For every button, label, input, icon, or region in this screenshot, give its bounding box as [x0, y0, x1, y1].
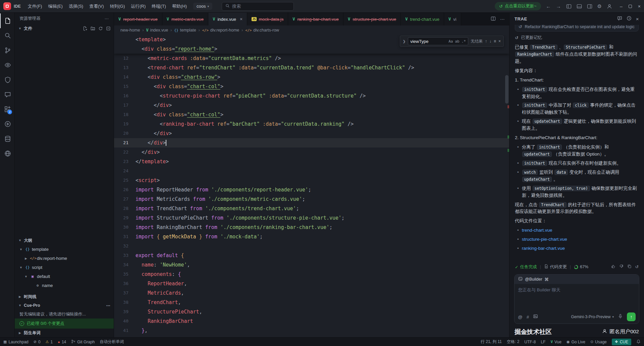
code-line-21[interactable]: 21 </div> [114, 138, 509, 148]
debug-shield-icon[interactable] [0, 72, 14, 87]
account-icon[interactable] [607, 4, 612, 9]
source-control-icon[interactable] [0, 43, 14, 58]
menu-item[interactable]: 查看(V) [86, 2, 107, 11]
code-line-17[interactable]: 17 </div> [114, 101, 509, 110]
tab-report-header.vue[interactable]: Vreport-header.vue [114, 13, 162, 25]
code-line-27[interactable]: 27import MetricCards from './components/… [114, 194, 509, 204]
close-window-icon[interactable]: × [638, 4, 641, 9]
collapse-all-icon[interactable] [106, 26, 111, 31]
thumbs-down-icon[interactable] [619, 264, 624, 270]
match-case-icon[interactable]: Aa [448, 39, 453, 44]
code-line-41[interactable]: 41 }, [114, 326, 509, 335]
chevron-down-icon[interactable]: ▼ [19, 248, 23, 251]
status-14[interactable]: ●14 [58, 340, 66, 344]
status-空格-2[interactable]: 空格: 2 [507, 339, 519, 345]
section-outline[interactable]: ▼ 大纲 [15, 236, 114, 245]
code-line-25[interactable]: 25<script> [114, 176, 509, 185]
global-search-input[interactable]: 搜索 [222, 2, 294, 11]
thumbs-up-icon[interactable] [611, 264, 615, 270]
code-line-38[interactable]: 38 TrendChart, [114, 298, 509, 307]
menu-item[interactable]: 帮助(H) [169, 2, 190, 11]
section-files[interactable]: ▼ 文件 [15, 24, 114, 33]
close-find-icon[interactable]: × [498, 39, 501, 44]
code-line-23[interactable]: 23</template> [114, 157, 509, 166]
new-file-icon[interactable] [83, 26, 88, 31]
previous-task-pill[interactable]: ↺ Refactor RankingBarChart to separate i… [515, 25, 639, 32]
chat-textarea[interactable]: 您正在与 Builder 聊天 [515, 284, 639, 310]
project-switcher[interactable]: coos ▾ [193, 3, 212, 10]
chevron-down-icon[interactable]: ▼ [24, 275, 28, 278]
outline-item-default[interactable]: ▼▣default [15, 272, 114, 281]
retry-icon[interactable]: ↺ [635, 264, 639, 270]
outline-item-script[interactable]: ▼{}script [15, 263, 114, 272]
code-area[interactable]: ❯ Aa ab .* 无结果 ↑ ↓ ≡ × <template> <div c… [114, 35, 509, 337]
status-cue[interactable]: ❖CUE [612, 339, 631, 345]
outline-item-template[interactable]: ▼{}template [15, 245, 114, 254]
code-changes-link[interactable]: 代码变更 [544, 264, 567, 270]
refresh-icon[interactable] [98, 26, 103, 31]
file-link[interactable]: ranking-bar-chart.vue [522, 245, 565, 252]
file-link[interactable]: structure-pie-chart.vue [522, 236, 567, 243]
code-line-33[interactable]: 33export default { [114, 251, 509, 260]
code-line-29[interactable]: 29import StructurePieChart from './compo… [114, 213, 509, 223]
remote-globe-icon[interactable] [0, 146, 14, 161]
menu-item[interactable]: 选择(S) [66, 2, 86, 11]
close-panel-icon[interactable]: × [636, 16, 639, 22]
chevron-down-icon[interactable]: ▼ [19, 266, 23, 269]
send-button[interactable]: ↑ [627, 312, 636, 321]
close-tab-icon[interactable]: × [240, 16, 243, 22]
app-logo-icon[interactable] [3, 2, 11, 10]
editor-scrollbar[interactable] [504, 35, 509, 337]
breadcrumb-item[interactable]: {}template [174, 28, 196, 33]
preview-eye-icon[interactable] [0, 58, 14, 72]
breadcrumb-item[interactable]: </>div.charts-row [245, 28, 279, 33]
breadcrumb-item[interactable]: Vindex.vue [146, 28, 168, 33]
files-empty-area[interactable] [15, 33, 114, 236]
tab-metric-cards.vue[interactable]: Vmetric-cards.vue [162, 13, 208, 25]
toggle-right-panel-icon[interactable] [587, 4, 592, 9]
chevron-right-icon[interactable]: ▶ [24, 257, 28, 260]
chat-input-box[interactable]: @Builder ⌘ 您正在与 Builder 聊天 @ # Gemini-3-… [514, 274, 639, 324]
status-1[interactable]: ⚠1 [46, 340, 53, 344]
mention-icon[interactable]: @ [518, 314, 523, 320]
outline-item-div.report-home[interactable]: ▶</>div.report-home [15, 254, 114, 263]
code-line-28[interactable]: 28import TrendChart from './components/t… [114, 204, 509, 213]
code-line-30[interactable]: 30import RankingBarChart from './compone… [114, 223, 509, 232]
code-line-36[interactable]: 36 ReportHeader, [114, 279, 509, 288]
code-line-24[interactable]: 24 [114, 166, 509, 176]
find-in-selection-icon[interactable]: ≡ [494, 39, 496, 44]
status-lf[interactable]: LF [541, 340, 545, 344]
code-line-18[interactable]: 18 <div class="chart-col"> [114, 110, 509, 119]
code-line-19[interactable]: 19 <ranking-bar-chart ref="barChart" :da… [114, 119, 509, 129]
outline-item-components[interactable]: ⚙components [15, 290, 114, 292]
image-attach-icon[interactable] [533, 314, 538, 320]
extensions-icon[interactable]: 2 [0, 102, 14, 117]
nav-back-icon[interactable]: ← [546, 3, 551, 9]
menu-item[interactable]: 转到(G) [107, 2, 128, 11]
new-chat-icon[interactable] [617, 16, 622, 22]
toggle-sidebar-icon[interactable] [566, 4, 572, 9]
whole-word-icon[interactable]: ab [455, 39, 459, 44]
tab-vi[interactable]: Vvi [444, 13, 461, 25]
copy-icon[interactable] [627, 264, 632, 270]
split-editor-icon[interactable] [491, 16, 496, 22]
status-utf-8[interactable]: UTF-8 [524, 340, 536, 344]
breadcrumb-item[interactable]: </>div.report-home [202, 28, 239, 33]
code-line-26[interactable]: 26import ReportHeader from './components… [114, 185, 509, 194]
section-strange-words[interactable]: ▶ 陌生单词 [15, 329, 114, 337]
chat-message-area[interactable]: ↺ Refactor RankingBarChart to separate i… [509, 25, 644, 262]
chat-icon[interactable] [0, 87, 14, 102]
restart-update-pill[interactable]: ↺ 点击重启以更新~ [495, 2, 541, 10]
more-actions-icon[interactable]: ⋯ [500, 16, 505, 22]
mic-icon[interactable] [618, 314, 623, 320]
code-line-31[interactable]: 31import { getMockData } from './mock-da… [114, 232, 509, 241]
breadcrumb-item[interactable]: new-home [120, 28, 140, 33]
tab-index.vue[interactable]: Vindex.vue× [208, 13, 247, 25]
minimize-icon[interactable]: – [620, 4, 623, 9]
nav-forward-icon[interactable]: → [556, 3, 561, 9]
find-next-icon[interactable]: ↓ [489, 39, 491, 44]
code-line-34[interactable]: 34 name: 'NewHome', [114, 260, 509, 270]
scrollbar-thumb[interactable] [505, 75, 508, 104]
code-line-40[interactable]: 40 RankingBarChart [114, 316, 509, 326]
more-actions-icon[interactable]: ⋯ [106, 303, 111, 308]
